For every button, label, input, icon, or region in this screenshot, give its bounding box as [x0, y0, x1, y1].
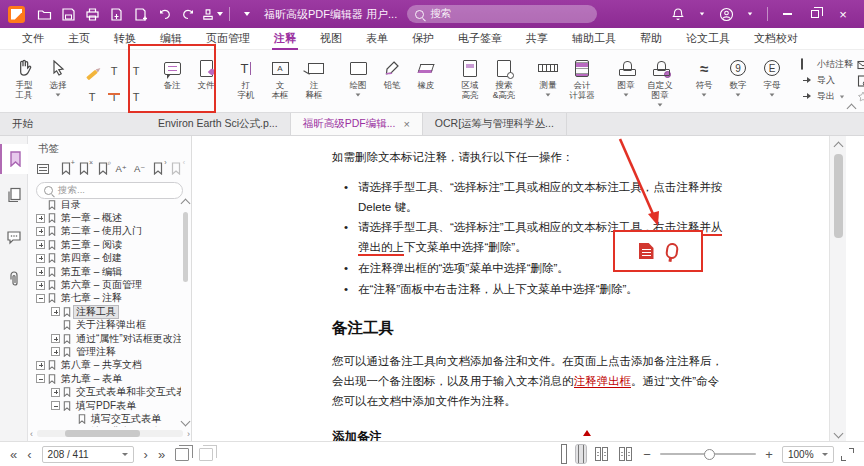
continuous-view-button[interactable]: [576, 445, 586, 463]
collapse-ribbon-button[interactable]: [848, 98, 858, 108]
expander-icon[interactable]: [36, 227, 45, 236]
expander-icon[interactable]: [51, 334, 60, 343]
expander-icon[interactable]: [51, 307, 60, 316]
facing-continuous-view-button[interactable]: [617, 445, 634, 463]
tab-paper-tools[interactable]: 论文工具: [674, 28, 742, 49]
tree-item[interactable]: 第四章 – 创建: [28, 252, 181, 265]
bookmarks-panel-button[interactable]: [0, 144, 28, 174]
tab-comment[interactable]: 注释: [262, 28, 308, 49]
undo-button[interactable]: [153, 3, 175, 25]
hscrollbar-thumb[interactable]: [65, 430, 140, 437]
underline-tool-button[interactable]: T: [126, 56, 146, 80]
typewriter-tool-button[interactable]: T 打 字机: [229, 54, 263, 104]
tab-form[interactable]: 表单: [354, 28, 400, 49]
tree-item[interactable]: 目录: [28, 198, 181, 211]
zoom-slider[interactable]: [660, 453, 756, 455]
expander-icon[interactable]: [36, 281, 45, 290]
tab-home[interactable]: 主页: [56, 28, 102, 49]
last-page-button[interactable]: »: [158, 448, 165, 461]
expander-icon[interactable]: [36, 214, 45, 223]
tree-item[interactable]: 填写PDF表单: [28, 399, 181, 412]
tree-item[interactable]: 填写交互式表单: [28, 412, 181, 425]
customize-toolbar-button[interactable]: [236, 3, 258, 25]
tree-item-selected[interactable]: 注释工具: [28, 305, 181, 318]
add-bookmark-button[interactable]: +: [59, 161, 72, 176]
tab-organize[interactable]: 页面管理: [194, 28, 262, 49]
callout-tool-button[interactable]: 注 释框: [297, 54, 331, 104]
print-button[interactable]: [81, 3, 103, 25]
minimize-button[interactable]: [774, 3, 800, 25]
expand-bookmark-button[interactable]: ›: [151, 161, 164, 176]
page-number-input[interactable]: 208 / 411: [42, 446, 134, 463]
doc-tab-ocr[interactable]: OCR[运筹与管理科学丛...: [423, 113, 567, 135]
previous-page-button[interactable]: ‹: [27, 448, 31, 461]
tree-item[interactable]: 第八章 – 共享文档: [28, 359, 181, 372]
import-comments-button[interactable]: 导入: [801, 74, 853, 87]
comments-panel-button[interactable]: [0, 222, 28, 252]
expander-icon[interactable]: [51, 388, 60, 397]
expander-icon[interactable]: [36, 254, 45, 263]
manage-comments-button[interactable]: 管理注释: [857, 74, 864, 87]
bookmark-hscrollbar[interactable]: ‹ ›: [28, 428, 192, 439]
link-comment-popup[interactable]: 注释弹出框: [574, 375, 632, 388]
tree-item[interactable]: 第一章 – 概述: [28, 211, 181, 224]
measure-tool-button[interactable]: 测量: [531, 54, 565, 100]
scroll-down-icon[interactable]: [181, 417, 191, 427]
scroll-left-icon[interactable]: ‹: [28, 429, 35, 439]
scroll-down-icon[interactable]: [834, 429, 844, 439]
bookmark-search-input[interactable]: 搜索...: [36, 182, 183, 199]
document-scrollbar[interactable]: [829, 136, 846, 441]
first-page-button[interactable]: «: [10, 448, 17, 461]
tree-item[interactable]: 第七章 – 注释: [28, 292, 181, 305]
letter-tool-button[interactable]: E 字母: [755, 54, 789, 100]
eraser-tool-button[interactable]: 橡皮: [409, 54, 443, 94]
pencil-tool-button[interactable]: 铅笔: [375, 54, 409, 94]
summarize-comments-button[interactable]: 小结注释: [801, 58, 853, 71]
tab-esign[interactable]: 电子签章: [446, 28, 514, 49]
open-file-button[interactable]: [33, 3, 55, 25]
tree-item[interactable]: 第五章 – 编辑: [28, 265, 181, 278]
expander-icon[interactable]: [51, 347, 60, 356]
strikeout-tool-button[interactable]: T: [82, 82, 102, 106]
expander-icon[interactable]: [36, 374, 45, 383]
tab-share[interactable]: 共享: [514, 28, 560, 49]
number-tool-button[interactable]: 9 数字: [721, 54, 755, 100]
doc-tab-environ[interactable]: Environ Earth Sci公式.p...: [146, 113, 291, 135]
doc-tab-foxit-manual[interactable]: 福昕高级PDF编辑... ×: [291, 113, 423, 135]
scroll-right-icon[interactable]: ›: [185, 429, 192, 439]
zoom-level-input[interactable]: 100%: [782, 446, 834, 463]
tab-accessibility[interactable]: 辅助工具: [560, 28, 628, 49]
next-page-button[interactable]: ›: [144, 448, 148, 461]
scroll-up-icon[interactable]: [181, 199, 191, 209]
tab-edit[interactable]: 编辑: [148, 28, 194, 49]
bookmark-options-button[interactable]: [36, 161, 49, 176]
tab-view[interactable]: 视图: [308, 28, 354, 49]
drawing-tool-button[interactable]: 绘图: [341, 54, 375, 100]
hand-tool-button[interactable]: 手型 工具: [7, 54, 41, 104]
bookmark-tree-scrollbar[interactable]: [181, 198, 191, 427]
insert-text-tool-button[interactable]: T: [126, 82, 146, 106]
restore-button[interactable]: [802, 3, 828, 25]
tree-item[interactable]: 第三章 – 阅读: [28, 238, 181, 251]
custom-stamp-button[interactable]: 自定义 图章: [643, 54, 677, 110]
select-annotation-button[interactable]: 选择: [41, 54, 75, 100]
increase-text-size-button[interactable]: A⁺: [115, 161, 128, 176]
pages-panel-button[interactable]: [0, 180, 28, 210]
file-attachment-tool-button[interactable]: 文件: [189, 54, 223, 94]
stamp-tool-button[interactable]: 图章: [609, 54, 643, 100]
tab-help[interactable]: 帮助: [628, 28, 674, 49]
email-fdf-button[interactable]: 邮件发送FDF: [857, 58, 864, 71]
expander-icon[interactable]: [51, 401, 60, 410]
note-tool-button[interactable]: 备注: [155, 54, 189, 94]
squiggly-tool-button[interactable]: T: [104, 56, 124, 80]
notifications-button[interactable]: [667, 3, 689, 25]
scrollbar-thumb[interactable]: [183, 212, 188, 282]
decrease-text-size-button[interactable]: A⁻: [133, 161, 146, 176]
highlight-tool-button[interactable]: [82, 56, 102, 80]
zoom-slider-handle[interactable]: [704, 449, 715, 460]
tree-item[interactable]: 关于注释弹出框: [28, 319, 181, 332]
symbol-tool-button[interactable]: ≈ 符号: [687, 54, 721, 100]
tree-item[interactable]: 管理注释: [28, 345, 181, 358]
scroll-up-icon[interactable]: [834, 142, 844, 152]
single-page-view-button[interactable]: [559, 445, 569, 463]
